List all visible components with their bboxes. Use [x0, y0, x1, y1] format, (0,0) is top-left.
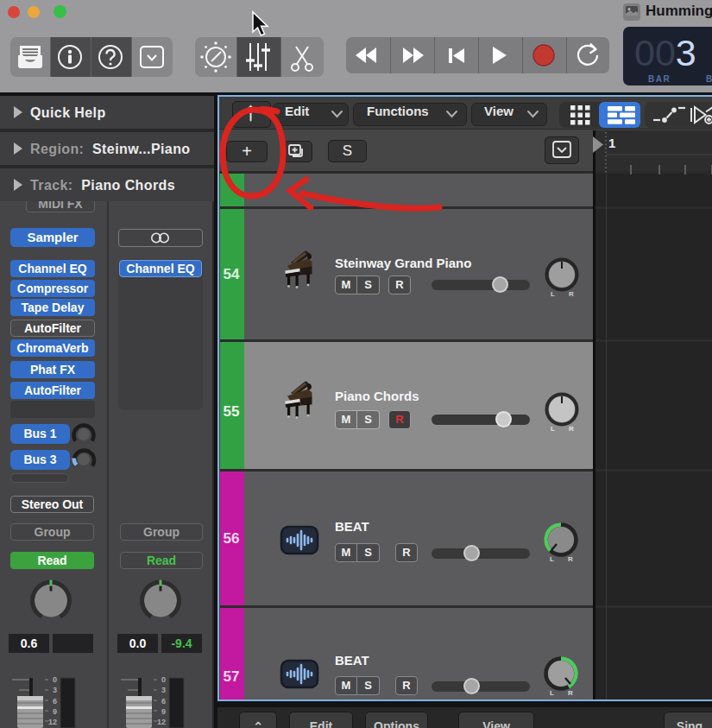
svg-text:3: 3: [53, 686, 57, 694]
svg-text:9: 9: [161, 707, 166, 716]
svg-text:6: 6: [53, 697, 57, 706]
svg-text:0: 0: [53, 675, 57, 684]
svg-text:12: 12: [48, 718, 57, 726]
svg-text:0: 0: [161, 675, 166, 684]
svg-text:9: 9: [53, 707, 57, 716]
svg-text:6: 6: [161, 697, 166, 706]
svg-text:12: 12: [157, 718, 166, 726]
svg-text:3: 3: [161, 686, 166, 694]
